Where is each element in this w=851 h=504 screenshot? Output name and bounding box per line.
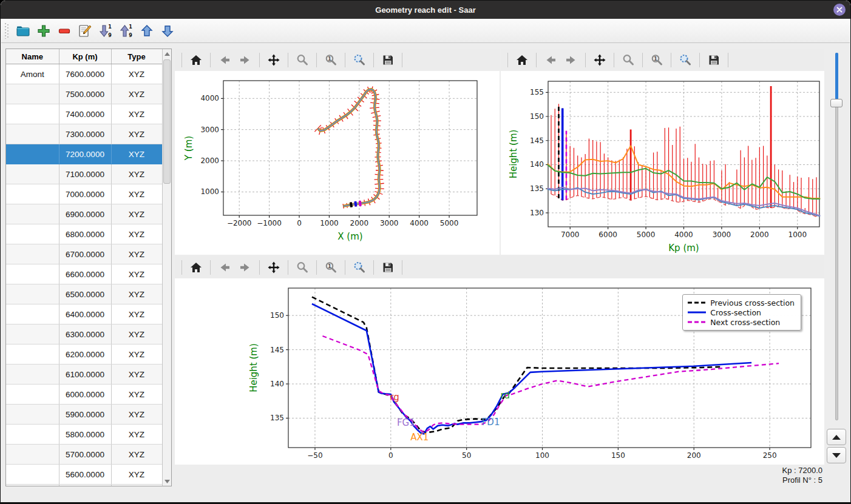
scroll-up-button[interactable] xyxy=(163,49,171,58)
table-row[interactable]: 6200.0000XYZ xyxy=(6,344,162,365)
table-row[interactable]: 5800.0000XYZ xyxy=(6,425,162,445)
table-cell[interactable]: XYZ xyxy=(111,264,162,284)
scrollbar-thumb[interactable] xyxy=(163,59,171,184)
table-cell[interactable] xyxy=(6,244,59,264)
table-cell[interactable]: 7200.0000 xyxy=(59,144,111,164)
close-button[interactable] xyxy=(833,4,846,16)
table-cell[interactable]: 5600.0000 xyxy=(59,465,111,485)
move-down-button[interactable] xyxy=(158,22,177,40)
table-cell[interactable] xyxy=(6,405,59,425)
table-cell[interactable]: XYZ xyxy=(111,485,162,487)
table-cell[interactable] xyxy=(6,284,59,304)
table-cell[interactable] xyxy=(6,144,59,164)
table-cell[interactable]: XYZ xyxy=(111,304,162,324)
table-cell[interactable]: 7400.0000 xyxy=(59,104,111,124)
profile-down-button[interactable] xyxy=(827,447,846,463)
table-row[interactable]: 5500.0000XYZ xyxy=(6,485,162,487)
table-cell[interactable]: 6600.0000 xyxy=(59,264,111,284)
zoom-region-button[interactable] xyxy=(677,52,694,69)
save-button[interactable] xyxy=(705,52,722,69)
table-cell[interactable] xyxy=(6,184,59,204)
table-row[interactable]: 6500.0000XYZ xyxy=(6,284,162,304)
table-cell[interactable]: 7000.0000 xyxy=(59,184,111,204)
table-row[interactable]: 7500.0000XYZ xyxy=(6,84,162,104)
forward-button[interactable] xyxy=(237,259,254,276)
save-button[interactable] xyxy=(379,52,396,69)
column-header-type[interactable]: Type xyxy=(111,49,162,64)
table-cell[interactable] xyxy=(6,425,59,445)
table-cell[interactable] xyxy=(6,344,59,365)
table-cell[interactable] xyxy=(6,304,59,324)
zoom-button[interactable] xyxy=(620,52,637,69)
table-row[interactable]: 7200.0000XYZ xyxy=(6,144,162,164)
zoom-button[interactable] xyxy=(294,259,311,276)
table-cell[interactable]: XYZ xyxy=(111,244,162,264)
table-cell[interactable]: XYZ xyxy=(111,465,162,485)
table-scrollbar[interactable] xyxy=(162,49,171,486)
table-cell[interactable]: XYZ xyxy=(111,324,162,344)
table-row[interactable]: 6100.0000XYZ xyxy=(6,365,162,385)
sort-descending-button[interactable]: 1 9 xyxy=(97,22,115,40)
table-cell[interactable] xyxy=(6,84,59,104)
table-cell[interactable] xyxy=(6,465,59,485)
table-cell[interactable] xyxy=(6,485,59,487)
table-cell[interactable] xyxy=(6,264,59,284)
column-header-name[interactable]: Name xyxy=(6,49,59,64)
sort-ascending-button[interactable]: 1 9 xyxy=(117,22,135,40)
table-cell[interactable]: 6800.0000 xyxy=(59,224,111,244)
table-row[interactable]: 5700.0000XYZ xyxy=(6,445,162,465)
forward-button[interactable] xyxy=(563,52,580,69)
table-cell[interactable]: Amont xyxy=(6,64,59,84)
table-cell[interactable] xyxy=(6,124,59,144)
table-cell[interactable]: 5800.0000 xyxy=(59,425,111,445)
forward-button[interactable] xyxy=(237,52,254,69)
move-up-button[interactable] xyxy=(138,22,156,40)
table-cell[interactable]: XYZ xyxy=(111,365,162,385)
toolbar-grip[interactable] xyxy=(4,23,9,39)
table-cell[interactable]: XYZ xyxy=(111,124,162,144)
table-row[interactable]: 5600.0000XYZ xyxy=(6,465,162,485)
save-button[interactable] xyxy=(379,259,396,276)
table-cell[interactable]: 6700.0000 xyxy=(59,244,111,264)
table-cell[interactable]: 6300.0000 xyxy=(59,324,111,344)
zoom-region-button[interactable] xyxy=(351,259,368,276)
table-cell[interactable]: XYZ xyxy=(111,144,162,164)
table-row[interactable]: 6300.0000XYZ xyxy=(6,324,162,344)
table-cell[interactable] xyxy=(6,324,59,344)
table-cell[interactable]: 5500.0000 xyxy=(59,485,111,487)
plan-view-plot[interactable]: −2000−1000010002000300040005000100020003… xyxy=(175,71,500,255)
table-cell[interactable]: 6000.0000 xyxy=(59,385,111,405)
profile-plot[interactable]: 7000600050004000300020001000130135140145… xyxy=(501,71,824,255)
table-cell[interactable] xyxy=(6,164,59,184)
table-cell[interactable]: 7600.0000 xyxy=(59,64,111,84)
table-row[interactable]: 7300.0000XYZ xyxy=(6,124,162,144)
table-cell[interactable]: 7300.0000 xyxy=(59,124,111,144)
table-cell[interactable] xyxy=(6,445,59,465)
edit-button[interactable] xyxy=(76,22,94,40)
table-cell[interactable]: 6200.0000 xyxy=(59,344,111,365)
table-row[interactable]: 7400.0000XYZ xyxy=(6,104,162,124)
profile-slider-handle[interactable] xyxy=(830,99,843,107)
table-cell[interactable]: 7500.0000 xyxy=(59,84,111,104)
home-button[interactable] xyxy=(514,52,531,69)
profile-up-button[interactable] xyxy=(827,429,846,445)
table-cell[interactable]: XYZ xyxy=(111,64,162,84)
table-cell[interactable]: XYZ xyxy=(111,164,162,184)
table-cell[interactable]: 6500.0000 xyxy=(59,284,111,304)
table-row[interactable]: 6000.0000XYZ xyxy=(6,385,162,405)
add-button[interactable] xyxy=(35,22,53,40)
zoom-button[interactable] xyxy=(294,52,311,69)
zoom-one-button[interactable]: 1 xyxy=(648,52,665,69)
table-cell[interactable]: XYZ xyxy=(111,405,162,425)
table-cell[interactable] xyxy=(6,104,59,124)
table-cell[interactable]: XYZ xyxy=(111,104,162,124)
table-row[interactable]: Amont7600.0000XYZ xyxy=(6,64,162,84)
table-cell[interactable] xyxy=(6,224,59,244)
table-row[interactable]: 6700.0000XYZ xyxy=(6,244,162,264)
pan-button[interactable] xyxy=(591,52,608,69)
back-button[interactable] xyxy=(216,52,233,69)
zoom-region-button[interactable] xyxy=(351,52,368,69)
profile-slider-track[interactable] xyxy=(835,53,838,420)
table-cell[interactable] xyxy=(6,204,59,224)
pan-button[interactable] xyxy=(265,259,282,276)
